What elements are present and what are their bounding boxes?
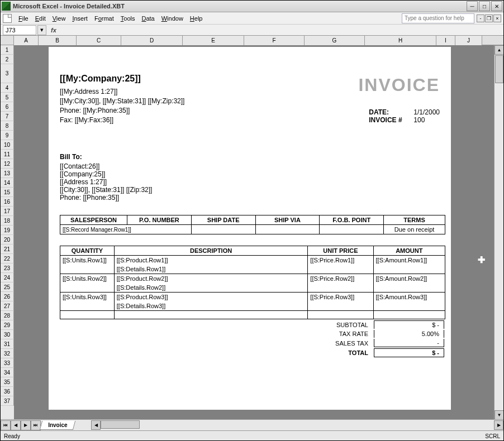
col-header-D[interactable]: D	[121, 36, 183, 45]
menu-data[interactable]: Data	[138, 14, 158, 23]
col-header-J[interactable]: J	[455, 36, 482, 45]
taxrate-label: TAX RATE	[61, 330, 373, 338]
maximize-button[interactable]: □	[479, 1, 490, 11]
scroll-left-button[interactable]: ◀	[91, 420, 101, 430]
td-shipvia	[255, 225, 320, 234]
row-header-30[interactable]: 30	[1, 330, 14, 339]
scroll-thumb-h[interactable]	[101, 420, 140, 429]
row-header-10[interactable]: 10	[1, 140, 14, 150]
formula-bar: J73 ▾ fx	[1, 25, 503, 36]
row-header-12[interactable]: 12	[1, 159, 14, 169]
row-header-14[interactable]: 14	[1, 178, 14, 188]
row-header-5[interactable]: 5	[1, 93, 14, 102]
titlebar: Microsoft Excel - Invoice Detailed.XBT ─…	[1, 1, 503, 12]
col-header-B[interactable]: B	[39, 36, 77, 45]
close-button[interactable]: ✕	[491, 1, 502, 11]
status-bar: Ready SCRL	[1, 430, 503, 441]
row-header-37[interactable]: 37	[1, 396, 14, 406]
col-header-A[interactable]: A	[14, 36, 39, 45]
row-header-32[interactable]: 32	[1, 349, 14, 358]
scroll-right-button[interactable]: ▶	[494, 420, 503, 430]
spreadsheet: A B C D E F G H I J 12345678910111213141…	[1, 36, 503, 419]
invoice-no-label: INVOICE #	[369, 116, 413, 124]
row-header-23[interactable]: 23	[1, 263, 14, 273]
bt-company: [[Company:25]]	[60, 170, 440, 178]
row-header-36[interactable]: 36	[1, 387, 14, 396]
menu-help[interactable]: Help	[187, 14, 206, 23]
row-header-33[interactable]: 33	[1, 358, 14, 368]
col-header-F[interactable]: F	[244, 36, 305, 45]
document-icon[interactable]	[3, 14, 12, 23]
bill-to-heading: Bill To:	[60, 153, 440, 161]
tab-nav-prev[interactable]: ◀	[11, 420, 21, 430]
price-2: [[S:Price.Row2]]	[308, 274, 373, 284]
col-header-C[interactable]: C	[77, 36, 121, 45]
taxrate-value: 5.00%	[374, 330, 444, 338]
row-header-17[interactable]: 17	[1, 207, 14, 216]
menu-file[interactable]: File	[15, 14, 32, 23]
menu-view[interactable]: View	[49, 14, 69, 23]
menu-edit[interactable]: Edit	[32, 14, 49, 23]
tab-nav-first[interactable]: ⏮	[1, 420, 11, 430]
row-header-2[interactable]: 2	[1, 55, 14, 64]
row-headers: 1234567891011121314151617181920212223242…	[1, 45, 14, 419]
sheet-tab-invoice[interactable]: Invoice	[40, 421, 76, 430]
col-header-H[interactable]: H	[365, 36, 436, 45]
doc-restore-button[interactable]: ❐	[485, 15, 493, 22]
row-header-13[interactable]: 13	[1, 169, 14, 178]
row-header-7[interactable]: 7	[1, 112, 14, 121]
vertical-scrollbar[interactable]: ▲ ▼	[494, 45, 503, 419]
row-header-29[interactable]: 29	[1, 320, 14, 330]
select-all-corner[interactable]	[1, 36, 14, 45]
row-header-21[interactable]: 21	[1, 245, 14, 254]
row-header-28[interactable]: 28	[1, 311, 14, 320]
row-header-4[interactable]: 4	[1, 83, 14, 93]
scroll-thumb-v[interactable]	[495, 55, 503, 83]
row-header-6[interactable]: 6	[1, 102, 14, 112]
row-header-18[interactable]: 18	[1, 216, 14, 226]
row-header-9[interactable]: 9	[1, 131, 14, 140]
help-search-input[interactable]	[402, 13, 474, 23]
formula-input[interactable]	[61, 25, 501, 35]
scroll-up-button[interactable]: ▲	[495, 45, 503, 55]
row-header-26[interactable]: 26	[1, 292, 14, 301]
tab-nav-next[interactable]: ▶	[21, 420, 31, 430]
menu-window[interactable]: Window	[158, 14, 187, 23]
name-box-dropdown[interactable]: ▾	[37, 25, 46, 35]
row-header-19[interactable]: 19	[1, 226, 14, 235]
row-header-22[interactable]: 22	[1, 254, 14, 263]
invoice-document: INVOICE [[My:Company:25]] [[My:Address 1…	[49, 47, 451, 410]
address-citystate: [[My:City:30]], [[My:State:31]] [[My:Zip…	[60, 97, 440, 106]
horizontal-scrollbar[interactable]: ◀ ▶	[91, 420, 503, 430]
row-header-16[interactable]: 16	[1, 197, 14, 207]
menu-tools[interactable]: Tools	[117, 14, 139, 23]
bill-to-block: Bill To: [[Contact:26]] [[Company:25]] […	[60, 153, 440, 202]
scroll-down-button[interactable]: ▼	[495, 410, 503, 419]
row-header-8[interactable]: 8	[1, 121, 14, 131]
col-header-G[interactable]: G	[305, 36, 365, 45]
cells-area[interactable]: INVOICE [[My:Company:25]] [[My:Address 1…	[14, 45, 503, 419]
row-header-1[interactable]: 1	[1, 45, 14, 55]
minimize-button[interactable]: ─	[467, 1, 478, 11]
name-box[interactable]: J73	[3, 25, 36, 35]
date-label: DATE:	[369, 108, 413, 116]
row-header-35[interactable]: 35	[1, 377, 14, 387]
doc-minimize-button[interactable]: -	[477, 15, 484, 22]
col-header-E[interactable]: E	[183, 36, 244, 45]
menu-format[interactable]: Format	[91, 14, 117, 23]
doc-close-button[interactable]: ×	[493, 15, 501, 22]
row-header-24[interactable]: 24	[1, 273, 14, 282]
fx-icon[interactable]: fx	[51, 27, 56, 33]
th-fob: F.O.B. POINT	[320, 215, 384, 225]
row-header-20[interactable]: 20	[1, 235, 14, 245]
row-header-15[interactable]: 15	[1, 188, 14, 197]
row-header-31[interactable]: 31	[1, 339, 14, 349]
col-header-I[interactable]: I	[436, 36, 455, 45]
row-header-11[interactable]: 11	[1, 150, 14, 159]
row-header-34[interactable]: 34	[1, 368, 14, 377]
row-header-3[interactable]: 3	[1, 64, 14, 83]
menu-insert[interactable]: Insert	[69, 14, 91, 23]
subtotal-value: $ -	[374, 320, 444, 329]
row-header-25[interactable]: 25	[1, 282, 14, 292]
row-header-27[interactable]: 27	[1, 301, 14, 311]
